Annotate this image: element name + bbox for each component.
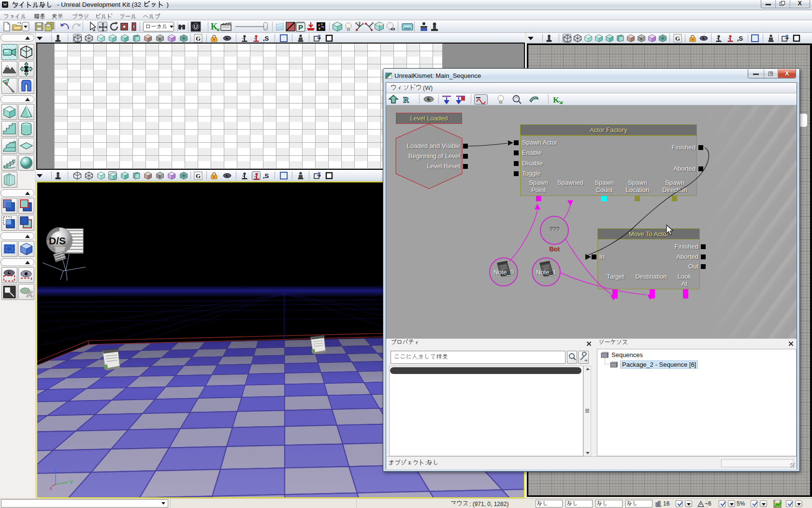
svg-text:G: G xyxy=(196,35,201,42)
svg-text:Y: Y xyxy=(70,479,73,485)
svg-text:S: S xyxy=(159,175,161,178)
svg-text:K: K xyxy=(211,22,218,31)
svg-text:,S: ,S xyxy=(263,172,269,179)
svg-text:R: R xyxy=(403,95,409,105)
svg-text:,S: ,S xyxy=(737,35,743,42)
svg-text:P: P xyxy=(298,23,303,31)
svg-text:D/S: D/S xyxy=(49,235,66,246)
svg-text:Z: Z xyxy=(54,467,57,473)
svg-text:G: G xyxy=(196,172,201,179)
svg-text:S: S xyxy=(640,37,642,41)
svg-text:S: S xyxy=(159,37,161,41)
svg-text:,S: ,S xyxy=(263,35,269,42)
svg-text:K: K xyxy=(553,95,560,105)
svg-text:G: G xyxy=(675,35,680,42)
svg-text:x: x xyxy=(50,486,52,491)
